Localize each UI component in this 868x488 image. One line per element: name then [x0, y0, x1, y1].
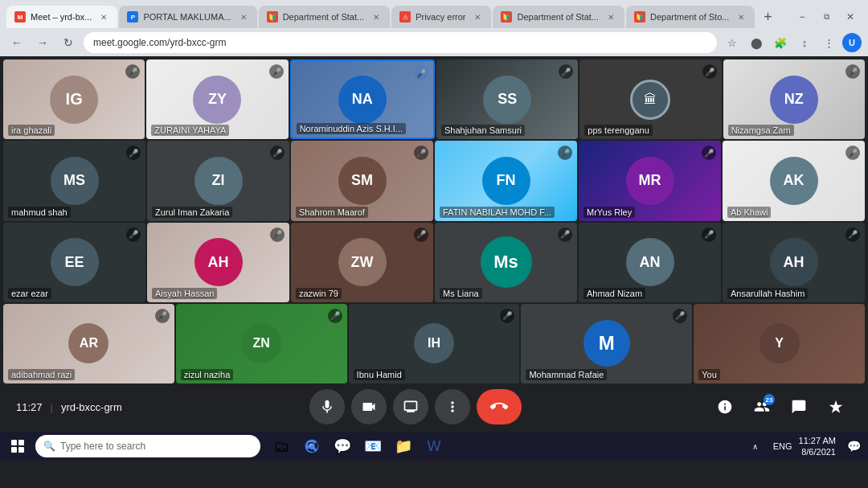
win-tile-3	[11, 447, 17, 453]
participant-tile-pps: 🏛 🎤 pps terengganu	[579, 59, 721, 139]
grid-row-4: AR 🎤 adibahmad razi ZN 🎤 zizul naziha IH…	[3, 304, 865, 383]
participant-name-adibahmad: adibahmad razi	[8, 369, 75, 380]
meeting-code: yrd-bxcc-grm	[61, 401, 122, 413]
participant-tile-mohammad: M 🎤 Mohammad Rafaie	[521, 304, 692, 383]
search-icon: 🔍	[43, 441, 55, 452]
mic-muted-icon-aisyah: 🎤	[270, 228, 285, 242]
chat-button[interactable]	[783, 391, 815, 423]
tab-close-privacy[interactable]: ✕	[472, 11, 483, 23]
participant-tile-nizamgsa: NZ 🎤 Nizamgsa Zam	[723, 59, 865, 139]
win-tile-1	[11, 440, 17, 445]
present-button[interactable]	[393, 389, 428, 424]
tab-bar: M Meet – yrd-bx... ✕ P PORTAL MAKLUMA...…	[0, 0, 868, 29]
tab-dept2[interactable]: 🔰 Department of Stat... ✕	[493, 6, 624, 28]
tab-dept3[interactable]: 🔰 Department of Sto... ✕	[626, 6, 755, 28]
notification-center[interactable]: 💬	[842, 435, 865, 457]
meeting-time: 11:27	[16, 401, 43, 413]
tab-close-portal[interactable]: ✕	[238, 11, 249, 23]
screenshot-icon[interactable]: ⬤	[746, 32, 767, 53]
participant-name-zazwin: zazwin 79	[296, 288, 342, 299]
clock-date: 8/6/2021	[799, 446, 836, 457]
language-indicator[interactable]: ENG	[770, 441, 796, 451]
new-tab-button[interactable]: +	[756, 6, 779, 28]
sync-icon[interactable]: ↕	[794, 32, 815, 53]
end-call-button[interactable]	[477, 389, 522, 424]
participant-tile-zizul: ZN 🎤 zizul naziha	[176, 304, 347, 383]
participant-tile-noraminuddin: NA 🎤 Noraminuddin Azis S.H.I...	[290, 59, 435, 139]
search-placeholder: Type here to search	[60, 441, 145, 452]
taskbar-app-chrome[interactable]	[297, 432, 326, 461]
mic-muted-icon-zazwin: 🎤	[414, 228, 428, 242]
tab-title-meet: Meet – yrd-bx...	[31, 12, 92, 22]
tab-close-meet[interactable]: ✕	[98, 11, 109, 23]
taskbar-app-skype[interactable]: 💬	[328, 432, 357, 461]
window-minimize[interactable]: −	[791, 6, 813, 28]
more-icon[interactable]: ⋮	[818, 32, 839, 53]
extension-icon[interactable]: 🧩	[770, 32, 791, 53]
bookmark-icon[interactable]: ☆	[722, 32, 743, 53]
activities-button[interactable]	[820, 391, 852, 423]
people-count-badge: 23	[764, 394, 775, 405]
participant-tile-ahmadnizam: AN 🎤 Ahmad Nizam	[579, 223, 721, 302]
tray-chevron[interactable]: ∧	[744, 435, 767, 457]
taskbar-app-word[interactable]: W	[420, 432, 448, 461]
meet-bottom-bar: 11:27 | yrd-bxcc-grm	[3, 385, 865, 429]
more-options-button[interactable]	[435, 389, 470, 424]
back-button[interactable]: ←	[6, 32, 27, 53]
window-close[interactable]: ✕	[839, 6, 862, 28]
participant-name-msliana: Ms Liana	[440, 288, 482, 299]
taskbar-apps: 🗂 💬 📧 📁 W	[267, 432, 448, 461]
taskbar-app-files[interactable]: 🗂	[267, 432, 296, 461]
tab-dept1[interactable]: 🔰 Department of Stat... ✕	[259, 6, 391, 28]
participant-tile-msliana: Ms 🎤 Ms Liana	[435, 223, 577, 302]
participant-name-zuraini: ZURAINI YAHAYA	[151, 125, 229, 136]
forward-button[interactable]: →	[32, 32, 53, 53]
refresh-button[interactable]: ↻	[58, 32, 79, 53]
address-input[interactable]	[84, 32, 717, 53]
taskbar-app-explorer[interactable]: 📁	[389, 432, 418, 461]
camera-toggle-button[interactable]	[351, 389, 387, 424]
mic-speaking-icon-noraminuddin: 🎤	[414, 66, 428, 80]
participant-name-aisyah: Aisyah Hassan	[152, 288, 217, 299]
participant-tile-zuraini: ZY 🎤 ZURAINI YAHAYA	[146, 59, 288, 139]
tab-close-dept2[interactable]: ✕	[605, 11, 616, 23]
participant-tile-mryus: MR 🎤 MrYus Rley	[579, 141, 721, 220]
win-tile-4	[18, 447, 24, 453]
participant-tile-ibnu: IH 🎤 Ibnu Hamid	[349, 304, 520, 383]
tab-close-dept1[interactable]: ✕	[371, 11, 382, 23]
start-button[interactable]	[3, 432, 32, 461]
participant-name-nizamgsa: Nizamgsa Zam	[728, 125, 794, 136]
window-restore[interactable]: ⧉	[815, 6, 837, 28]
people-button[interactable]: 23	[746, 391, 778, 423]
taskbar-app-outlook[interactable]: 📧	[358, 432, 387, 461]
participant-name-shahrom: Shahrom Maarof	[296, 207, 368, 218]
participant-tile-aisyah: AH 🎤 Aisyah Hassan	[147, 223, 289, 302]
participant-name-zurul: Zurul Iman Zakaria	[152, 207, 232, 218]
participant-tile-adibahmad: AR 🎤 adibahmad razi	[3, 304, 174, 383]
participant-tile-you: Y You	[694, 304, 865, 383]
time-separator: |	[51, 401, 53, 413]
profile-avatar[interactable]: U	[842, 33, 862, 52]
participant-name-zizul: zizul naziha	[181, 369, 233, 380]
info-button[interactable]	[709, 391, 741, 423]
participants-grid: IG 🎤 ira ghazali ZY 🎤 ZURAINI YAHAYA NA …	[3, 59, 865, 383]
taskbar-search-bar[interactable]: 🔍 Type here to search	[35, 435, 260, 457]
mic-muted-icon-ezar: 🎤	[126, 228, 141, 242]
system-tray: ∧ ENG	[744, 435, 796, 457]
participant-name-fatin: FATIN NABILAH MOHD F...	[440, 207, 555, 218]
participant-tile-shahrom: SM 🎤 Shahrom Maarof	[291, 141, 433, 220]
tab-portal[interactable]: P PORTAL MAKLUMA... ✕	[119, 6, 256, 28]
tab-favicon-meet: M	[14, 11, 26, 23]
address-bar-row: ← → ↻ ☆ ⬤ 🧩 ↕ ⋮ U	[0, 29, 868, 56]
tab-meet[interactable]: M Meet – yrd-bx... ✕	[6, 6, 117, 28]
mic-muted-icon-msliana: 🎤	[558, 228, 572, 242]
participant-name-pps: pps terengganu	[584, 125, 652, 136]
mic-muted-icon-mohammad: 🎤	[673, 309, 687, 323]
mic-toggle-button[interactable]	[309, 389, 345, 424]
participant-name-ezar: ezar ezar	[8, 288, 51, 299]
taskbar: 🔍 Type here to search 🗂 💬 📧 📁 W ∧ ENG 11…	[0, 432, 868, 461]
tab-privacy[interactable]: ⚠ Privacy error ✕	[391, 6, 491, 28]
control-buttons	[309, 389, 522, 424]
bottom-right-controls: 23	[709, 391, 852, 423]
tab-close-dept3[interactable]: ✕	[735, 11, 747, 23]
